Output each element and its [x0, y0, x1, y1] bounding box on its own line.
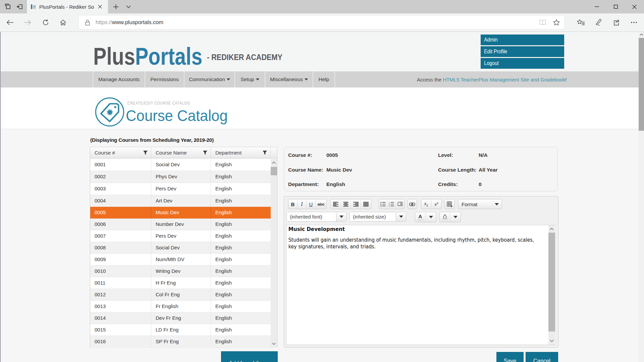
nav-item-manage-accounts[interactable]: Manage Accounts: [93, 71, 145, 87]
cell-department[interactable]: English: [211, 207, 271, 218]
admin-button[interactable]: Admin: [481, 35, 564, 45]
add-from-library-button[interactable]: Add from Library: [221, 351, 278, 362]
cell-course-name[interactable]: Dev Fr Eng: [151, 312, 211, 324]
cell-course-num[interactable]: 0016: [90, 336, 151, 347]
font-size-dropdown[interactable]: (inherited size): [350, 212, 406, 222]
table-row[interactable]: 0001Social DevEnglish: [90, 159, 271, 171]
table-row[interactable]: 0016SP Fr EngEnglish: [90, 336, 271, 348]
table-row[interactable]: 0009Num/Mth DVEnglish: [90, 254, 271, 265]
cell-department[interactable]: English: [211, 254, 271, 265]
cell-course-name[interactable]: Fr English: [151, 301, 211, 312]
cell-course-name[interactable]: Social Dev: [151, 242, 211, 253]
cell-course-name[interactable]: Pers Dev: [151, 230, 211, 242]
share-icon[interactable]: [611, 17, 622, 28]
subscript-button[interactable]: x2: [421, 199, 431, 209]
cell-course-num[interactable]: 0007: [90, 230, 151, 242]
cell-course-num[interactable]: 0002: [90, 171, 151, 183]
edit-profile-button[interactable]: Edit Profile: [481, 46, 564, 57]
cell-course-name[interactable]: Pers Dev: [151, 183, 211, 195]
table-row[interactable]: 0006Number DevEnglish: [90, 219, 271, 230]
table-row[interactable]: 0011H Fr EngEnglish: [90, 277, 271, 289]
cell-department[interactable]: English: [211, 336, 271, 347]
address-bar[interactable]: https://www.plusportals.com: [78, 15, 565, 29]
cancel-button[interactable]: Cancel: [526, 352, 558, 362]
web-note-pen-icon[interactable]: [593, 17, 604, 28]
dropdown-arrow-icon[interactable]: [336, 212, 346, 221]
scrollbar-thumb[interactable]: [548, 233, 555, 331]
refresh-icon[interactable]: [40, 17, 51, 28]
cell-course-num[interactable]: 0013: [90, 301, 151, 312]
italic-button[interactable]: I: [298, 199, 307, 209]
tab-list-chevron-icon[interactable]: [123, 0, 134, 13]
filter-icon[interactable]: [143, 150, 148, 155]
cell-department[interactable]: English: [211, 171, 271, 183]
align-center-icon[interactable]: [341, 199, 351, 209]
tabs-preview-icon[interactable]: [14, 0, 25, 13]
reading-view-icon[interactable]: [539, 19, 546, 25]
table-row[interactable]: 0004Art DevEnglish: [90, 195, 271, 207]
cell-course-name[interactable]: H Fr Eng: [151, 277, 211, 289]
favorites-hub-icon[interactable]: [575, 17, 587, 28]
cell-department[interactable]: English: [211, 195, 271, 207]
scroll-up-icon[interactable]: [548, 226, 555, 232]
cell-course-num[interactable]: 0004: [90, 195, 151, 207]
cell-department[interactable]: English: [211, 183, 271, 195]
new-tab-icon[interactable]: [110, 0, 121, 13]
table-row[interactable]: 0010Writng DevEnglish: [90, 265, 271, 277]
dropdown-arrow-icon[interactable]: [492, 203, 502, 205]
page-scrollbar[interactable]: [639, 32, 644, 362]
cell-course-num[interactable]: 0014: [90, 312, 151, 324]
cell-course-num[interactable]: 0015: [90, 324, 151, 336]
bold-button[interactable]: B: [288, 199, 298, 209]
cell-course-num[interactable]: 0005: [90, 207, 151, 218]
teacherplus-link[interactable]: HTML5 TeacherPlus Management Site and Gr…: [443, 77, 565, 82]
indent-icon[interactable]: [396, 199, 404, 209]
insert-link-icon[interactable]: [408, 199, 417, 209]
scroll-down-icon[interactable]: [548, 338, 555, 344]
cell-course-name[interactable]: SP Fr Eng: [151, 336, 211, 347]
grid-scrollbar[interactable]: [271, 159, 277, 347]
editor-scrollbar[interactable]: [548, 225, 555, 345]
numbered-list-icon[interactable]: 123: [387, 199, 396, 209]
browser-tab[interactable]: PlusPortals - Rediker So: [26, 0, 108, 13]
cell-course-name[interactable]: Phys Dev: [151, 171, 211, 183]
nav-item-setup[interactable]: Setup: [234, 71, 265, 87]
cell-course-num[interactable]: 0008: [90, 242, 151, 253]
scrollbar-thumb[interactable]: [639, 38, 644, 131]
scroll-down-icon[interactable]: [271, 341, 277, 347]
cell-course-num[interactable]: 0003: [90, 183, 151, 195]
superscript-button[interactable]: x2: [431, 199, 441, 209]
favorite-star-icon[interactable]: [553, 19, 560, 26]
cell-course-num[interactable]: 0010: [90, 265, 151, 277]
cell-department[interactable]: English: [211, 324, 271, 336]
cell-department[interactable]: English: [211, 312, 271, 324]
filter-icon[interactable]: [203, 150, 208, 155]
cell-course-num[interactable]: 0012: [90, 289, 151, 300]
align-right-icon[interactable]: [351, 199, 361, 209]
highlight-color-dropdown-icon[interactable]: [450, 212, 461, 222]
table-row[interactable]: 0014Dev Fr EngEnglish: [90, 312, 271, 324]
table-row[interactable]: 0002Phys DevEnglish: [90, 171, 271, 183]
column-header-course-num[interactable]: Course #: [90, 147, 151, 158]
cell-department[interactable]: English: [211, 219, 271, 230]
minimize-icon[interactable]: [589, 0, 604, 13]
table-row[interactable]: 0013Fr EnglishEnglish: [90, 301, 271, 312]
cell-department[interactable]: English: [211, 277, 271, 289]
dropdown-arrow-icon[interactable]: [396, 212, 406, 221]
filter-icon[interactable]: [262, 150, 267, 155]
save-button[interactable]: Save: [496, 352, 524, 362]
cell-course-num[interactable]: 0009: [90, 254, 151, 265]
table-row[interactable]: 0005Music DevEnglish: [90, 207, 271, 219]
nav-item-help[interactable]: Help: [313, 71, 335, 87]
maximize-icon[interactable]: [608, 0, 624, 13]
cell-department[interactable]: English: [211, 230, 271, 242]
settings-ellipsis-icon[interactable]: [628, 17, 640, 28]
cell-department[interactable]: English: [211, 265, 271, 277]
cell-course-name[interactable]: Music Dev: [151, 207, 211, 218]
scroll-up-icon[interactable]: [271, 160, 277, 166]
nav-item-miscellaneous[interactable]: Miscellaneous: [265, 71, 313, 87]
align-left-icon[interactable]: [331, 199, 341, 209]
cell-course-name[interactable]: Num/Mth DV: [151, 254, 211, 265]
editor-content-area[interactable]: Music Development Students will gain an …: [286, 225, 555, 345]
table-row[interactable]: 0015LD Fr EngEnglish: [90, 324, 271, 336]
